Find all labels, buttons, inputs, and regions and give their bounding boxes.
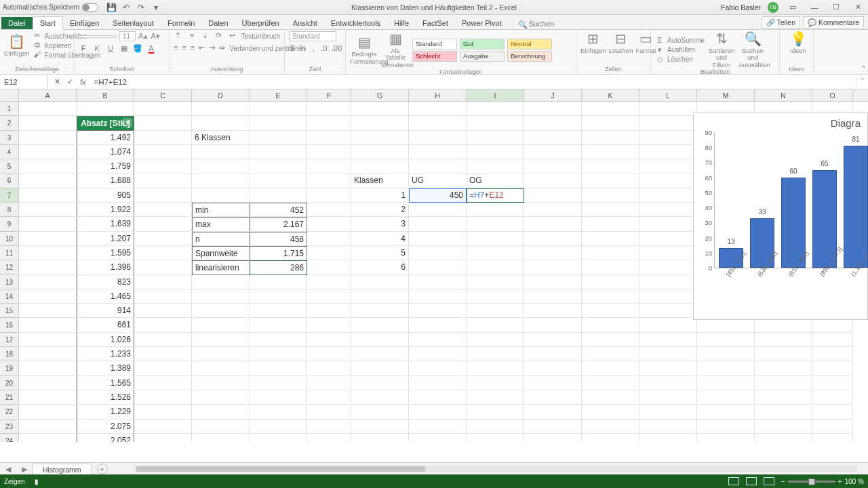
cell-E11[interactable]: 1.715 <box>250 246 307 260</box>
cell-G8[interactable]: 2 <box>351 203 409 217</box>
cell-L23[interactable] <box>639 420 697 434</box>
cell-J23[interactable] <box>524 420 582 434</box>
row-header[interactable]: 5 <box>0 159 19 174</box>
cell-F14[interactable] <box>307 289 351 304</box>
cell-E21[interactable] <box>250 390 307 405</box>
cell-N17[interactable] <box>755 333 812 347</box>
cell-L1[interactable] <box>639 102 697 116</box>
cell-K7[interactable] <box>582 188 639 203</box>
comments-button[interactable]: 💬 Kommentare <box>803 16 864 29</box>
cell-D14[interactable] <box>192 289 250 304</box>
row-header[interactable]: 13 <box>0 275 19 289</box>
cell-I2[interactable] <box>467 116 524 130</box>
cell-I21[interactable] <box>467 390 524 405</box>
maximize-icon[interactable]: ☐ <box>829 3 844 12</box>
paste-button[interactable]: 📋Einfügen <box>4 34 30 57</box>
col-header[interactable]: H <box>409 89 467 101</box>
cell-D4[interactable] <box>192 145 250 159</box>
tab-factset[interactable]: FactSet <box>416 17 455 29</box>
cell-M18[interactable] <box>697 347 755 361</box>
cell-C22[interactable] <box>134 405 192 419</box>
cell-H5[interactable] <box>409 159 467 174</box>
cell-E2[interactable] <box>250 116 307 130</box>
cell-E24[interactable] <box>250 434 307 442</box>
cell-B15[interactable]: 914 <box>77 304 134 318</box>
cell-A24[interactable] <box>19 434 77 442</box>
cell-J14[interactable] <box>524 289 582 304</box>
cell-A9[interactable] <box>19 217 77 231</box>
cell-K20[interactable] <box>582 376 639 390</box>
cell-J18[interactable] <box>524 347 582 361</box>
cell-F1[interactable] <box>307 102 351 116</box>
cell-H20[interactable] <box>409 376 467 390</box>
accept-formula-icon[interactable]: ✓ <box>67 77 73 86</box>
cell-D13[interactable] <box>192 275 250 289</box>
zoom-level[interactable]: 100 % <box>845 478 864 485</box>
tab-insert[interactable]: Einfügen <box>63 17 106 29</box>
cell-M23[interactable] <box>697 420 755 434</box>
cell-E19[interactable] <box>250 361 307 375</box>
spreadsheet-grid[interactable]: A B C D E F G H I J K L M N O 12Absatz [… <box>0 89 868 442</box>
cell-L20[interactable] <box>639 376 697 390</box>
cell-E5[interactable] <box>250 159 307 174</box>
cell-A4[interactable] <box>19 145 77 159</box>
font-select[interactable] <box>79 35 117 38</box>
cell-F18[interactable] <box>307 347 351 361</box>
cell-A2[interactable] <box>19 116 77 130</box>
cell-L6[interactable] <box>639 174 697 188</box>
cell-F7[interactable] <box>307 188 351 203</box>
cell-L18[interactable] <box>639 347 697 361</box>
cell-N20[interactable] <box>755 376 812 390</box>
embedded-chart[interactable]: Diagra 01020304050607080901333606581 [45… <box>693 113 868 320</box>
cell-G21[interactable] <box>351 390 409 405</box>
style-neutral[interactable]: Neutral <box>507 39 552 49</box>
cell-A20[interactable] <box>19 376 77 390</box>
col-header[interactable]: J <box>524 89 582 101</box>
grow-font-icon[interactable]: A▴ <box>138 32 148 41</box>
autosum-icon[interactable]: Σ <box>655 36 665 45</box>
cell-C12[interactable] <box>134 260 192 274</box>
cell-C8[interactable] <box>134 203 192 217</box>
cell-G13[interactable] <box>351 275 409 289</box>
cell-E15[interactable] <box>250 304 307 318</box>
cell-A6[interactable] <box>19 174 77 188</box>
expand-formula-icon[interactable]: ˅ <box>856 77 868 86</box>
cell-L10[interactable] <box>639 232 697 246</box>
sheet-tab[interactable]: Histogramm <box>33 464 92 475</box>
cell-G12[interactable]: 6 <box>351 260 409 274</box>
cell-O19[interactable] <box>812 361 853 375</box>
cell-B21[interactable]: 1.526 <box>77 390 134 405</box>
cell-E6[interactable] <box>250 174 307 188</box>
cell-B13[interactable]: 823 <box>77 275 134 289</box>
qat-more-icon[interactable]: ▾ <box>151 3 161 12</box>
col-header[interactable]: F <box>307 89 351 101</box>
cell-E14[interactable] <box>250 289 307 304</box>
normal-view-icon[interactable] <box>728 477 739 485</box>
cell-E3[interactable] <box>250 131 307 145</box>
cell-D16[interactable] <box>192 318 250 332</box>
col-header[interactable]: D <box>192 89 250 101</box>
cell-H7[interactable]: 450 <box>409 188 467 203</box>
cell-J4[interactable] <box>524 145 582 159</box>
dec-decimal-icon[interactable]: .00 <box>332 44 341 54</box>
cell-H17[interactable] <box>409 333 467 347</box>
cell-J12[interactable] <box>524 260 582 274</box>
cell-C9[interactable] <box>134 217 192 231</box>
cell-I23[interactable] <box>467 420 524 434</box>
cell-B3[interactable]: 1.492 <box>77 131 134 145</box>
cell-N21[interactable] <box>755 390 812 405</box>
cell-H9[interactable] <box>409 217 467 231</box>
cell-D2[interactable] <box>192 116 250 130</box>
cell-K23[interactable] <box>582 420 639 434</box>
cell-A8[interactable] <box>19 203 77 217</box>
cell-E18[interactable] <box>250 347 307 361</box>
cell-A3[interactable] <box>19 131 77 145</box>
cell-M22[interactable] <box>697 405 755 419</box>
cell-E23[interactable] <box>250 420 307 434</box>
cell-K4[interactable] <box>582 145 639 159</box>
cell-D23[interactable] <box>192 420 250 434</box>
cell-N18[interactable] <box>755 347 812 361</box>
cell-O18[interactable] <box>812 347 853 361</box>
cell-B11[interactable]: 1.595 <box>77 246 134 260</box>
cell-D12[interactable]: linearisieren <box>192 260 250 274</box>
